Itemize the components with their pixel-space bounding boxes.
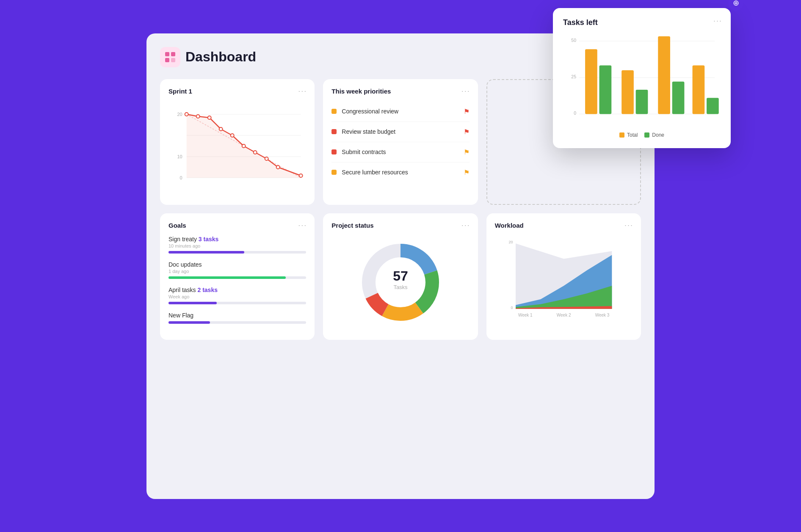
svg-rect-41 <box>599 65 612 114</box>
goal-tasks-link[interactable]: 2 tasks <box>197 287 217 293</box>
goal-progress-bar-fill <box>168 302 217 304</box>
workload-menu[interactable]: ··· <box>624 221 633 230</box>
project-status-title: Project status <box>331 222 469 229</box>
legend-total: Total <box>619 132 638 138</box>
svg-text:20: 20 <box>508 240 513 244</box>
svg-rect-47 <box>707 98 719 114</box>
svg-text:Week 2: Week 2 <box>556 312 571 317</box>
drag-handle[interactable]: ⊕ <box>728 0 743 11</box>
dashboard-container: Dashboard Sprint 1 ··· 20 10 0 <box>146 33 655 499</box>
goal-item[interactable]: Doc updates 1 day ago <box>168 261 306 279</box>
priority-dot <box>331 149 337 154</box>
list-item[interactable]: Review state budget ⚑ <box>331 122 469 142</box>
priority-name: Secure lumber resources <box>342 169 408 176</box>
svg-rect-46 <box>693 65 705 114</box>
svg-point-16 <box>231 134 234 137</box>
goal-item[interactable]: New Flag <box>168 312 306 324</box>
bottom-grid: Goals ··· Sign treaty 3 tasks 10 minutes… <box>160 213 641 340</box>
tasks-left-popup: ⊕ Tasks left ··· 50 25 0 <box>553 8 731 148</box>
flag-icon: ⚑ <box>464 128 470 136</box>
goal-time: 10 minutes ago <box>168 243 306 248</box>
donut-chart: 57 Tasks <box>358 240 443 325</box>
goal-progress-bar-fill <box>168 251 244 254</box>
priority-dot <box>331 109 337 114</box>
svg-text:50: 50 <box>571 38 576 43</box>
svg-rect-2 <box>165 58 169 62</box>
goals-card: Goals ··· Sign treaty 3 tasks 10 minutes… <box>160 213 315 340</box>
chart-legend: Total Done <box>563 132 721 138</box>
goal-progress-bar-bg <box>168 276 306 279</box>
goals-title: Goals <box>168 222 306 229</box>
sprint-card: Sprint 1 ··· 20 10 0 <box>160 79 315 205</box>
svg-rect-40 <box>585 49 597 114</box>
svg-rect-0 <box>165 52 169 56</box>
svg-text:Week 3: Week 3 <box>595 312 609 317</box>
goals-menu[interactable]: ··· <box>298 221 307 230</box>
priorities-card: This week priorities ··· Congressional r… <box>323 79 478 205</box>
svg-point-20 <box>276 165 280 169</box>
svg-rect-44 <box>658 36 670 114</box>
svg-text:0: 0 <box>180 175 182 180</box>
goal-item[interactable]: Sign treaty 3 tasks 10 minutes ago <box>168 236 306 254</box>
flag-icon: ⚑ <box>464 108 470 116</box>
svg-text:25: 25 <box>571 74 576 79</box>
priority-name: Review state budget <box>342 128 395 135</box>
project-status-menu[interactable]: ··· <box>461 221 470 230</box>
svg-text:0: 0 <box>511 305 513 309</box>
legend-done-label: Done <box>652 132 664 138</box>
goal-progress-bar-bg <box>168 302 306 304</box>
goal-progress-bar-fill <box>168 276 286 279</box>
svg-point-21 <box>299 174 303 177</box>
tasks-left-menu[interactable]: ··· <box>713 17 722 25</box>
svg-text:0: 0 <box>574 110 576 116</box>
project-status-card: Project status ··· 57 <box>323 213 478 340</box>
logo <box>160 47 180 67</box>
svg-point-12 <box>185 113 188 116</box>
workload-card: Workload ··· 20 0 Week 1 Week 2 Week 3 <box>486 213 641 340</box>
goal-tasks-link[interactable]: 3 tasks <box>199 236 218 243</box>
goal-progress-bar-fill <box>168 321 210 324</box>
goal-item[interactable]: April tasks 2 tasks Week ago <box>168 287 306 304</box>
list-item[interactable]: Secure lumber resources ⚑ <box>331 163 469 182</box>
svg-point-15 <box>219 127 223 131</box>
donut-chart-container: 57 Tasks <box>331 236 469 329</box>
page-title: Dashboard <box>185 49 256 65</box>
priority-dot <box>331 170 337 175</box>
goal-title: April tasks 2 tasks <box>168 287 306 293</box>
priority-dot <box>331 129 337 134</box>
svg-point-13 <box>196 115 200 118</box>
flag-icon: ⚑ <box>464 148 470 156</box>
workload-title: Workload <box>495 222 633 229</box>
svg-point-14 <box>208 116 211 119</box>
list-item[interactable]: Submit contracts ⚑ <box>331 142 469 163</box>
svg-rect-45 <box>672 81 685 114</box>
goal-progress-bar-bg <box>168 251 306 254</box>
legend-done: Done <box>644 132 664 138</box>
svg-text:Tasks: Tasks <box>393 284 408 290</box>
sprint-menu[interactable]: ··· <box>298 87 307 96</box>
tasks-left-title: Tasks left <box>563 18 721 27</box>
svg-rect-3 <box>171 58 175 62</box>
legend-total-label: Total <box>627 132 638 138</box>
priority-name: Congressional review <box>342 108 398 115</box>
svg-text:57: 57 <box>393 268 408 284</box>
goal-title: New Flag <box>168 312 306 319</box>
goal-title: Sign treaty 3 tasks <box>168 236 306 243</box>
svg-rect-1 <box>171 52 175 56</box>
priorities-title: This week priorities <box>331 88 469 95</box>
tasks-left-chart: 50 25 0 <box>563 34 721 127</box>
priorities-menu[interactable]: ··· <box>461 87 470 96</box>
flag-icon: ⚑ <box>464 168 470 176</box>
svg-rect-43 <box>636 90 648 114</box>
svg-rect-42 <box>621 70 634 114</box>
svg-text:20: 20 <box>177 112 182 117</box>
list-item[interactable]: Congressional review ⚑ <box>331 102 469 122</box>
legend-total-dot <box>619 132 624 138</box>
goal-title: Doc updates <box>168 261 306 268</box>
svg-point-19 <box>265 157 268 160</box>
svg-text:10: 10 <box>177 154 182 159</box>
goal-progress-bar-bg <box>168 321 306 324</box>
legend-done-dot <box>644 132 649 138</box>
svg-point-18 <box>254 151 257 154</box>
priority-name: Submit contracts <box>342 149 386 155</box>
